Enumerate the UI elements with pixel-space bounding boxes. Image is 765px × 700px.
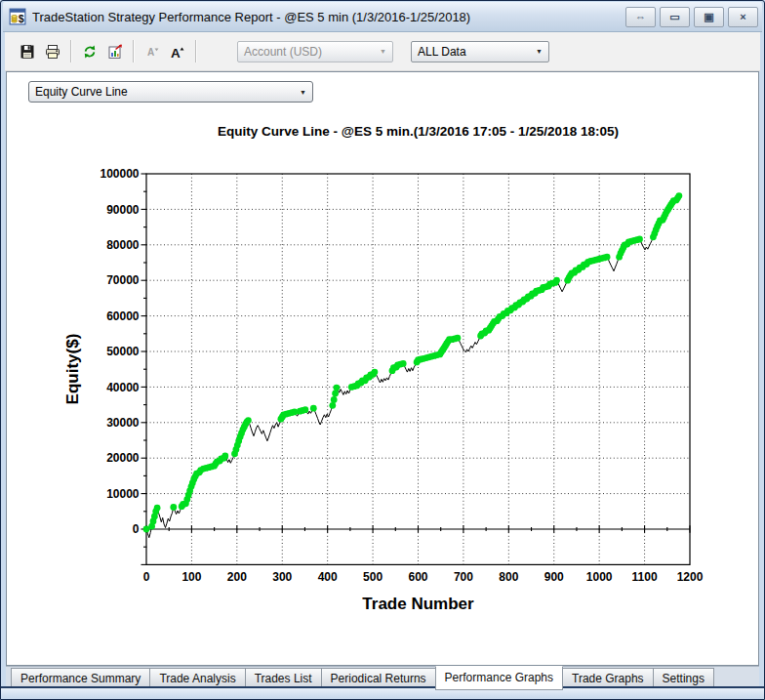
data-range-combo[interactable]: ALL Data ▼ [411, 41, 549, 62]
x-tick-label: 200 [227, 570, 247, 584]
x-tick-label: 100 [181, 570, 201, 584]
y-tick-label: 0 [133, 522, 140, 536]
svg-text:A: A [147, 47, 154, 58]
new-high-marker [455, 335, 462, 342]
x-tick-label: 500 [363, 570, 382, 584]
window-title: TradeStation Strategy Performance Report… [32, 10, 618, 24]
increase-font-button[interactable]: A [165, 40, 190, 63]
increase-font-icon: A [169, 43, 186, 61]
new-high-marker [400, 360, 407, 367]
toolbar-separator [133, 40, 135, 62]
decrease-font-button[interactable]: A [140, 40, 165, 63]
y-tick-label: 30000 [106, 416, 140, 430]
y-tick-label: 10000 [106, 487, 140, 501]
graph-type-combo[interactable]: Equity Curve Line ▼ [28, 81, 313, 103]
x-tick-label: 1100 [632, 570, 658, 584]
x-tick-label: 1200 [677, 570, 704, 584]
tab-performance-graphs[interactable]: Performance Graphs [435, 666, 563, 690]
equity-curve-line [146, 196, 679, 538]
decrease-font-icon: A [143, 43, 161, 61]
account-combo[interactable]: Account (USD) ▼ [237, 41, 393, 62]
chart-gridlines [146, 174, 690, 564]
y-tick-label: 20000 [106, 451, 140, 465]
chart-tick-labels: 0100002000030000400005000060000700008000… [100, 167, 703, 583]
y-tick-label: 40000 [106, 381, 140, 394]
y-tick-label: 90000 [106, 203, 140, 217]
new-high-marker [553, 277, 560, 284]
y-tick-label: 60000 [106, 309, 140, 323]
x-tick-label: 900 [544, 570, 564, 584]
chart-title: Equity Curve Line - @ES 5 min.(1/3/2016 … [218, 124, 619, 139]
account-combo-value: Account (USD) [244, 45, 322, 59]
app-icon[interactable]: $ [9, 8, 26, 25]
x-tick-label: 400 [318, 570, 338, 584]
x-tick-label: 1000 [586, 570, 613, 584]
dock-button[interactable]: ⇔ [625, 7, 656, 27]
chart-markers [143, 192, 683, 532]
data-range-combo-value: ALL Data [418, 45, 466, 59]
new-high-marker [334, 385, 341, 391]
titlebar: $ TradeStation Strategy Performance Repo… [3, 2, 762, 32]
toolbar-separator [195, 40, 197, 62]
chevron-down-icon: ▼ [380, 48, 386, 55]
x-tick-label: 300 [272, 570, 292, 584]
svg-text:$: $ [19, 13, 24, 24]
new-high-marker [310, 405, 317, 412]
chart-axes [141, 174, 691, 564]
new-high-marker [329, 402, 336, 409]
refresh-button[interactable] [77, 40, 102, 63]
y-tick-label: 70000 [106, 273, 140, 287]
svg-text:A: A [171, 45, 181, 60]
chevron-down-icon: ▼ [536, 48, 543, 55]
new-high-marker [221, 453, 228, 460]
maximize-button[interactable]: ▣ [694, 7, 724, 27]
print-icon [44, 43, 61, 61]
chart-curve [146, 196, 679, 538]
new-high-marker [170, 504, 177, 511]
y-tick-label: 50000 [106, 345, 140, 358]
save-button[interactable] [15, 40, 40, 63]
x-tick-label: 600 [408, 570, 427, 584]
save-icon [19, 43, 36, 61]
y-tick-label: 80000 [106, 238, 140, 252]
new-high-marker [636, 236, 643, 243]
toolbar: A A Account (USD) ▼ ALL Data ▼ [5, 32, 760, 71]
report-content: Equity Curve Line ▼ 01000020000300004000… [6, 71, 759, 666]
x-tick-label: 800 [499, 570, 518, 584]
new-high-marker [302, 406, 309, 413]
minimize-button[interactable]: ▭ [660, 7, 690, 27]
new-high-marker [676, 192, 683, 199]
toolbar-separator [70, 40, 72, 62]
x-axis-label: Trade Number [362, 595, 474, 613]
new-high-marker [331, 396, 338, 403]
window-frame-bottom [1, 686, 764, 699]
x-tick-label: 0 [143, 570, 150, 584]
chevron-down-icon: ▼ [300, 89, 306, 96]
close-button[interactable]: × [728, 7, 758, 27]
new-high-marker [154, 505, 161, 512]
x-tick-label: 700 [454, 570, 473, 584]
export-report-icon [106, 43, 124, 61]
window: $ TradeStation Strategy Performance Repo… [0, 0, 765, 700]
y-tick-label: 100000 [100, 167, 139, 181]
print-button[interactable] [40, 40, 65, 63]
new-high-marker [604, 254, 611, 261]
graph-type-combo-value: Equity Curve Line [35, 85, 128, 99]
y-axis-label: Equity($) [63, 334, 82, 405]
new-high-marker [245, 417, 252, 424]
window-controls: ⇔ ▭ ▣ × [625, 7, 758, 27]
refresh-icon [81, 43, 99, 61]
export-report-button[interactable] [102, 40, 128, 63]
equity-curve-chart: 0100002000030000400005000060000700008000… [7, 72, 760, 665]
new-high-marker [332, 391, 339, 397]
new-high-marker [372, 369, 379, 376]
